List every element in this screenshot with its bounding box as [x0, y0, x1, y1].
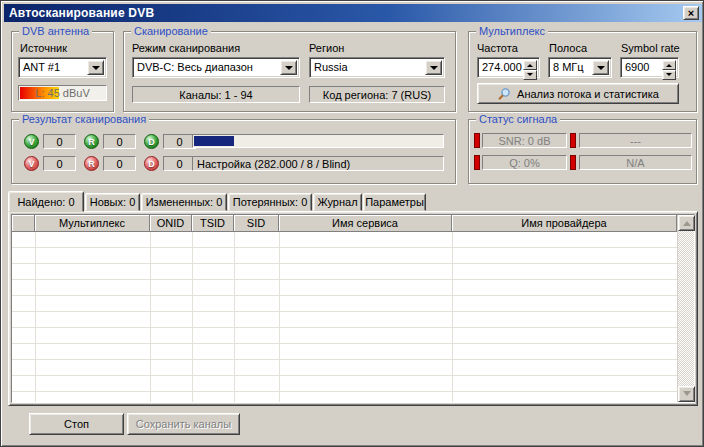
snr-panel: SNR: 0 dB [482, 133, 567, 148]
header-cell-onid[interactable]: ONID [150, 215, 192, 232]
counter-video-fail: 0 [43, 156, 76, 171]
scroll-up-button[interactable] [678, 215, 695, 231]
arrow-up-icon [666, 61, 672, 67]
column-gridline [150, 232, 151, 402]
region-label: Регион [309, 42, 344, 54]
region-combobox[interactable]: Russia [309, 57, 445, 78]
tab-page-found: Мультиплекс ONID TSID SID Имя сервиса Им… [8, 211, 698, 406]
column-gridline [279, 232, 280, 402]
title-bar[interactable]: Автосканирование DVB × [4, 4, 702, 22]
mux-group-title: Мультиплекс [476, 25, 548, 37]
quality-value-text: N/A [626, 157, 644, 169]
tab-label: Измененных: 0 [146, 196, 223, 208]
scan-mode-combobox[interactable]: DVB-C: Весь диапазон [132, 57, 300, 78]
indicator-letter: V [28, 159, 34, 169]
indicator-ball-radio-ok: R [84, 134, 99, 149]
snr-indicator-left [474, 133, 480, 148]
tab-parameters[interactable]: Параметры [363, 193, 426, 211]
counter-radio-ok: 0 [103, 134, 136, 149]
bandwidth-value: 8 МГц [553, 61, 593, 73]
bandwidth-combobox[interactable]: 8 МГц [548, 57, 612, 78]
region-code-panel: Код региона: 7 (RUS) [309, 86, 445, 103]
scroll-down-button[interactable] [678, 386, 695, 402]
header-label: Имя сервиса [332, 217, 398, 229]
header-cell-multiplex[interactable]: Мультиплекс [35, 215, 150, 232]
spin-down-button[interactable] [662, 70, 676, 80]
symbol-rate-value: 6900 [625, 61, 663, 73]
region-value: Russia [314, 61, 426, 73]
source-dropdown-button[interactable] [87, 60, 104, 75]
header-cell-marker[interactable] [12, 215, 35, 232]
tab-label: Новых: 0 [90, 196, 136, 208]
indicator-ball-data-fail: D [144, 156, 159, 171]
header-label: Имя провайдера [521, 217, 606, 229]
column-gridline [192, 232, 193, 402]
scan-mode-dropdown-button[interactable] [280, 60, 297, 75]
indicator-letter: V [28, 137, 34, 147]
tab-new[interactable]: Новых: 0 [85, 193, 140, 211]
close-button[interactable]: × [683, 6, 699, 20]
source-value: ANT #1 [23, 61, 88, 73]
bandwidth-label: Полоса [549, 42, 587, 54]
channel-table: Мультиплекс ONID TSID SID Имя сервиса Им… [11, 214, 695, 403]
column-gridline [35, 232, 36, 402]
symbol-rate-spinner [662, 60, 676, 75]
spin-down-button[interactable] [523, 70, 537, 80]
save-channels-button[interactable]: Сохранить каналы [127, 413, 240, 435]
stop-button[interactable]: Стоп [29, 413, 124, 435]
frequency-spinedit[interactable]: 274.000 [477, 57, 540, 78]
tab-strip: Найдено: 0 Новых: 0 Измененных: 0 Потеря… [8, 190, 696, 211]
signal-groupbox: Статус сигнала SNR: 0 dB --- Q: 0% N/A [468, 119, 697, 184]
signal-group-title: Статус сигнала [476, 113, 560, 125]
counter-value: 0 [176, 136, 182, 148]
indicator-letter: R [88, 137, 95, 147]
counter-video-ok: 0 [43, 134, 76, 149]
header-cell-tsid[interactable]: TSID [192, 215, 234, 232]
scan-status-panel: Настройка (282.000 / 8 / Blind) [192, 156, 444, 171]
tab-label: Журнал [317, 196, 357, 208]
result-groupbox: Результат сканирования V 0 R 0 D 0 V 0 R… [11, 119, 456, 184]
counter-value: 0 [116, 136, 122, 148]
channels-info-text: Каналы: 1 - 94 [179, 89, 252, 101]
spin-up-button[interactable] [523, 60, 537, 70]
channel-list-body[interactable] [12, 232, 677, 402]
chevron-down-icon [430, 66, 438, 74]
column-gridline [452, 232, 453, 402]
quality-indicator-right [570, 155, 576, 170]
arrow-down-icon [527, 73, 533, 79]
arrow-up-icon [683, 217, 691, 226]
spin-up-button[interactable] [662, 60, 676, 70]
header-label: TSID [200, 217, 225, 229]
quality-text: Q: 0% [509, 157, 540, 169]
scan-status-text: Настройка (282.000 / 8 / Blind) [197, 158, 350, 170]
tab-found[interactable]: Найдено: 0 [8, 191, 84, 212]
snr-value-panel: --- [579, 133, 692, 148]
scan-progress-fill [194, 136, 234, 146]
header-cell-provider-name[interactable]: Имя провайдера [452, 215, 677, 232]
region-dropdown-button[interactable] [425, 60, 442, 75]
arrow-up-icon [527, 61, 533, 67]
tab-changed[interactable]: Измененных: 0 [141, 193, 227, 211]
region-code-text: Код региона: 7 (RUS) [323, 89, 431, 101]
counter-radio-fail: 0 [103, 156, 136, 171]
scan-group-title: Сканирование [131, 25, 211, 37]
tab-log[interactable]: Журнал [313, 193, 362, 211]
column-gridline [234, 232, 235, 402]
vertical-scrollbar[interactable] [677, 215, 694, 402]
chevron-down-icon [285, 66, 293, 74]
tab-lost[interactable]: Потерянных: 0 [228, 193, 312, 211]
close-icon: × [688, 8, 694, 19]
antenna-groupbox: DVB антенна Источник ANT #1 L: 45 dBuV [11, 31, 114, 112]
indicator-ball-video-fail: V [24, 156, 39, 171]
bandwidth-dropdown-button[interactable] [592, 60, 609, 75]
indicator-letter: D [148, 159, 155, 169]
save-channels-label: Сохранить каналы [136, 418, 231, 430]
chevron-down-icon [92, 66, 100, 74]
channels-info-panel: Каналы: 1 - 94 [132, 86, 300, 103]
result-group-title: Результат сканирования [19, 113, 149, 125]
header-cell-service-name[interactable]: Имя сервиса [279, 215, 452, 232]
symbol-rate-spinedit[interactable]: 6900 [620, 57, 679, 78]
header-cell-sid[interactable]: SID [234, 215, 279, 232]
source-combobox[interactable]: ANT #1 [18, 57, 107, 78]
analyze-stream-button[interactable]: Анализ потока и статистика [477, 83, 679, 104]
